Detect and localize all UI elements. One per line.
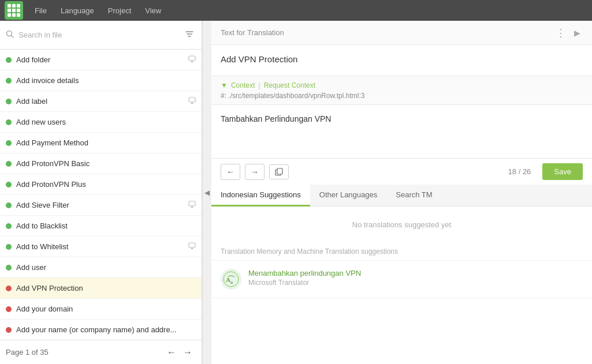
header-title: Text for Translation [221, 28, 552, 37]
left-panel: Add folderAdd invoice detailsAdd labelAd… [0, 21, 202, 364]
page-next-button[interactable]: → [180, 346, 196, 359]
source-section: Add VPN Protection [211, 45, 592, 76]
suggestion-title: Menambahkan perlindungan VPN [248, 269, 583, 277]
collapse-panel-button[interactable]: ◀ [202, 21, 211, 364]
search-input[interactable] [18, 31, 183, 39]
svg-rect-7 [277, 168, 282, 174]
context-path: #: ./src/templates/dashboard/vpnRow.tpl.… [221, 92, 583, 100]
search-bar [0, 21, 202, 50]
item-label: Add new users [16, 118, 196, 126]
tab-search-tm[interactable]: Search TM [386, 185, 441, 207]
suggestion-icon: A a [221, 269, 241, 290]
svg-rect-5 [189, 243, 195, 247]
item-label: Add to Blacklist [16, 222, 196, 230]
item-label: Add invoice details [16, 76, 196, 85]
translation-input-section: Tambahkan Perlindungan VPN [211, 105, 592, 158]
svg-text:a: a [230, 279, 233, 285]
expand-button[interactable]: ▶ [572, 27, 583, 39]
svg-text:A: A [226, 276, 230, 283]
translation-text[interactable]: Tambahkan Perlindungan VPN [221, 114, 583, 149]
page-info: Page 1 of 35 [6, 348, 163, 357]
save-button[interactable]: Save [542, 163, 583, 180]
list-item[interactable]: Add to Blacklist [0, 216, 202, 237]
copy-source-button[interactable] [269, 164, 289, 179]
no-suggestions-text: No translations suggested yet [211, 207, 592, 243]
status-dot [6, 119, 12, 125]
list-item[interactable]: Add Payment Method [0, 133, 202, 153]
comment-icon [188, 97, 196, 106]
status-dot [6, 202, 12, 208]
list-item[interactable]: Add ProtonVPN Basic [0, 153, 202, 174]
list-item[interactable]: Add label [0, 91, 202, 112]
context-arrow-icon: ▼ [221, 81, 228, 89]
translation-header: Text for Translation ⋮ ▶ [211, 21, 592, 45]
status-dot [6, 306, 12, 312]
search-icon [6, 30, 14, 40]
comment-icon [188, 201, 196, 210]
translation-list: Add folderAdd invoice detailsAdd labelAd… [0, 50, 202, 340]
next-translation-button[interactable]: → [245, 164, 265, 180]
menu-view[interactable]: View [138, 3, 168, 18]
list-item[interactable]: Add new users [0, 112, 202, 133]
right-panel: Text for Translation ⋮ ▶ Add VPN Protect… [211, 21, 592, 364]
list-item[interactable]: Add your name (or company name) and addr… [0, 320, 202, 340]
menu-project[interactable]: Project [101, 3, 138, 18]
item-label: Add your name (or company name) and addr… [16, 325, 196, 334]
status-dot [6, 57, 12, 63]
item-label: Add label [16, 97, 185, 106]
item-label: Add folder [16, 55, 185, 64]
menubar: File Language Project View [0, 0, 592, 21]
item-label: Add your domain [16, 305, 196, 313]
item-label: Add to Whitelist [16, 242, 185, 251]
status-dot [6, 78, 12, 84]
list-item[interactable]: Add your domain [0, 299, 202, 320]
list-item[interactable]: Add user [0, 257, 202, 278]
menu-language[interactable]: Language [54, 3, 101, 18]
tab-indonesian-suggestions[interactable]: Indonesian Suggestions [211, 185, 310, 207]
svg-rect-3 [189, 97, 195, 102]
list-item[interactable]: Add folder [0, 50, 202, 70]
suggestions-area: No translations suggested yet Translatio… [211, 207, 592, 364]
apps-button[interactable] [5, 1, 23, 20]
prev-translation-button[interactable]: ← [221, 164, 240, 180]
list-item[interactable]: Add Sieve Filter [0, 195, 202, 216]
page-prev-button[interactable]: ← [163, 346, 180, 359]
item-label: Add Sieve Filter [16, 201, 185, 209]
svg-rect-4 [189, 201, 195, 206]
item-label: Add VPN Protection [16, 284, 196, 292]
tabs-section: Indonesian Suggestions Other Languages S… [211, 185, 592, 207]
status-dot [6, 99, 12, 104]
main-area: Add folderAdd invoice detailsAdd labelAd… [0, 21, 592, 364]
tab-other-languages[interactable]: Other Languages [310, 185, 386, 207]
context-section: ▼ Context | Request Context #: ./src/tem… [211, 76, 592, 105]
comment-icon [188, 242, 196, 252]
status-dot [6, 327, 12, 333]
translation-toolbar: ← → 18 / 26 Save [211, 158, 592, 185]
status-dot [6, 140, 12, 146]
status-dot [6, 265, 12, 271]
suggestion-source: Microsoft Translator [248, 279, 583, 287]
pagination-bar: Page 1 of 35 ← → [0, 340, 202, 364]
translation-counter: 18 / 26 [508, 167, 531, 176]
suggestion-content: Menambahkan perlindungan VPN Microsoft T… [248, 269, 583, 287]
filter-button[interactable] [183, 28, 196, 42]
list-item[interactable]: Add to Whitelist [0, 237, 202, 257]
status-dot [6, 286, 12, 291]
request-context-link[interactable]: Request Context [264, 81, 315, 89]
list-item[interactable]: Add invoice details [0, 70, 202, 91]
status-dot [6, 244, 12, 250]
item-label: Add Payment Method [16, 138, 196, 147]
status-dot [6, 223, 12, 229]
menu-file[interactable]: File [28, 3, 54, 18]
tm-section-label: Translation Memory and Machine Translati… [211, 243, 592, 261]
item-label: Add ProtonVPN Basic [16, 159, 196, 168]
more-options-button[interactable]: ⋮ [552, 25, 569, 40]
source-text: Add VPN Protection [221, 54, 583, 64]
list-item[interactable]: Add ProtonVPN Plus [0, 174, 202, 195]
item-label: Add ProtonVPN Plus [16, 180, 196, 189]
svg-line-1 [12, 36, 14, 38]
context-label[interactable]: Context [231, 81, 255, 89]
list-item[interactable]: Add VPN Protection [0, 278, 202, 299]
svg-rect-2 [189, 56, 195, 61]
suggestion-item[interactable]: A a Menambahkan perlindungan VPN Microso… [211, 261, 592, 298]
